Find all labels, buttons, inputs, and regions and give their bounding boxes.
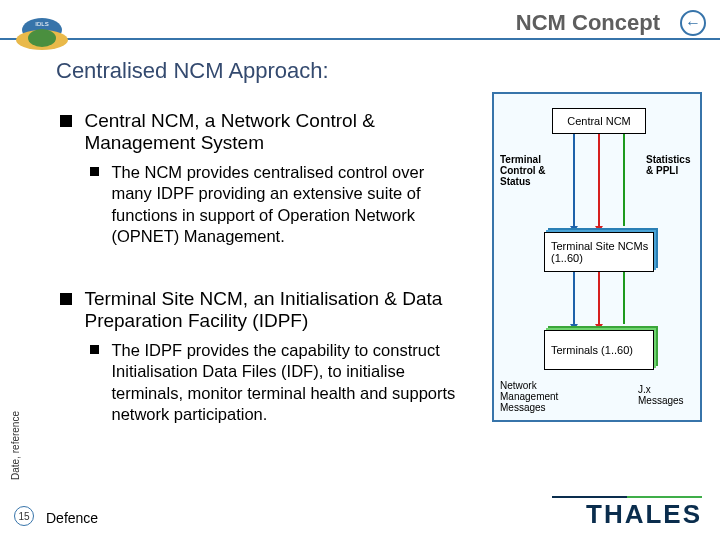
svg-marker-5	[570, 226, 578, 230]
svg-text:IDLS: IDLS	[35, 21, 48, 27]
svg-marker-7	[595, 226, 603, 230]
bullet-terminal-site: Terminal Site NCM, an Initialisation & D…	[60, 288, 470, 332]
logo-divider	[552, 496, 702, 498]
side-reference-label: Date, reference	[10, 411, 21, 480]
bullet-square-icon	[90, 167, 99, 176]
bullet-text: Terminal Site NCM, an Initialisation & D…	[84, 288, 464, 332]
subbullet-text: The IDPF provides the capability to cons…	[111, 340, 461, 426]
content-area: Central NCM, a Network Control & Managem…	[60, 100, 470, 432]
slide: NCM Concept ← IDLS Centralised NCM Appro…	[0, 0, 720, 540]
bullet-square-icon	[60, 115, 72, 127]
page-number-badge: 15	[14, 506, 34, 526]
page-title: NCM Concept	[516, 10, 660, 36]
subtitle: Centralised NCM Approach:	[56, 58, 329, 84]
diagram-label-network-mgmt: Network Management Messages	[500, 380, 560, 413]
svg-marker-12	[570, 324, 578, 328]
subbullet-terminal-site: The IDPF provides the capability to cons…	[90, 340, 470, 426]
diagram-label-terminal-control: Terminal Control & Status	[500, 154, 548, 187]
page-number: 15	[18, 511, 29, 522]
diagram-label-statistics: Statistics & PPLI	[646, 154, 696, 176]
svg-point-2	[28, 29, 56, 47]
diagram-arrows-bottom	[554, 272, 644, 328]
diagram-box-site-ncms: Terminal Site NCMs (1..60)	[544, 232, 654, 272]
subbullet-text: The NCM provides centralised control ove…	[111, 162, 461, 248]
thales-logo: THALES	[586, 499, 702, 530]
title-divider	[0, 38, 720, 40]
conference-badge-icon: IDLS	[12, 14, 72, 56]
bullet-central-ncm: Central NCM, a Network Control & Managem…	[60, 110, 470, 154]
bullet-square-icon	[60, 293, 72, 305]
footer-text: Defence	[46, 510, 98, 526]
diagram-label-jx-messages: J.x Messages	[638, 384, 694, 406]
svg-marker-14	[595, 324, 603, 328]
diagram-box-terminals: Terminals (1..60)	[544, 330, 654, 370]
diagram-arrows-top	[554, 134, 644, 230]
nav-back-button[interactable]: ←	[680, 10, 706, 36]
title-bar: NCM Concept ←	[0, 8, 720, 42]
subbullet-central-ncm: The NCM provides centralised control ove…	[90, 162, 470, 248]
architecture-diagram: Central NCM Terminal Control & Status St…	[492, 92, 702, 422]
arrow-left-icon: ←	[685, 14, 701, 32]
diagram-box-central: Central NCM	[552, 108, 646, 134]
bullet-text: Central NCM, a Network Control & Managem…	[84, 110, 464, 154]
bullet-square-icon	[90, 345, 99, 354]
